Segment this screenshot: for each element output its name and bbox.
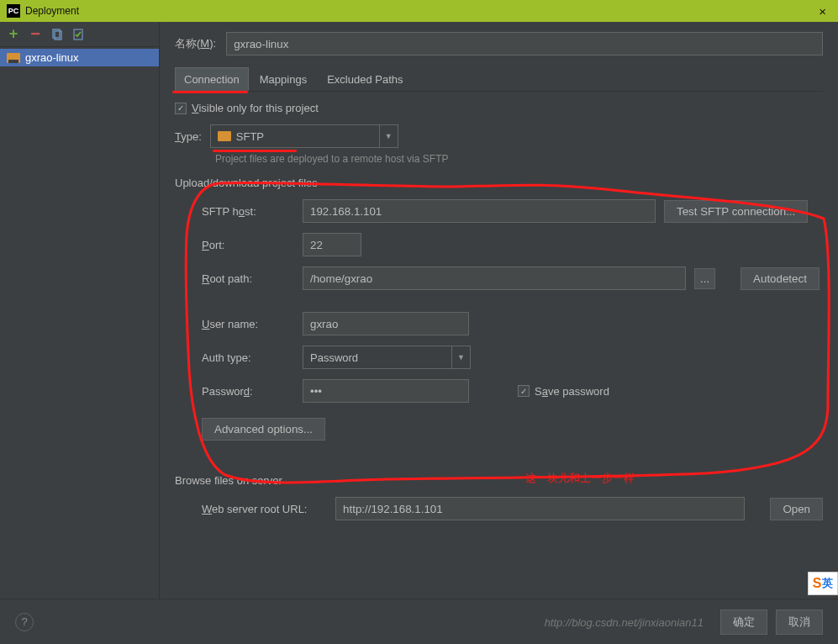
type-hint: Project files are deployed to a remote h… xyxy=(215,153,823,165)
titlebar: PC Deployment × xyxy=(0,0,838,22)
save-password-label: Save password xyxy=(535,385,609,398)
advanced-options-button[interactable]: Advanced options... xyxy=(202,418,325,441)
deployment-item-selected[interactable]: gxrao-linux xyxy=(0,49,159,66)
browse-title: Browse files on server xyxy=(175,474,823,487)
test-connection-button[interactable]: Test SFTP connection... xyxy=(664,200,808,223)
host-input[interactable] xyxy=(303,199,656,223)
main-split: + − gxrao-linux 名称(M): Connection Mappin… xyxy=(0,22,838,599)
watermark: http://blog.csdn.net/jinxiaonian11 xyxy=(545,616,704,629)
auth-label: Auth type: xyxy=(202,351,303,364)
type-combo[interactable]: SFTP ▼ xyxy=(210,124,398,148)
ok-button[interactable]: 确定 xyxy=(720,610,767,635)
cancel-button[interactable]: 取消 xyxy=(776,610,823,635)
root-input[interactable] xyxy=(303,267,686,290)
port-input[interactable] xyxy=(303,233,361,256)
upload-group-title: Upload/download project files xyxy=(175,177,823,189)
help-button[interactable]: ? xyxy=(15,613,34,631)
remove-icon[interactable]: − xyxy=(29,28,42,41)
tab-excluded-paths[interactable]: Excluded Paths xyxy=(318,67,412,91)
auth-combo[interactable]: Password ▼ xyxy=(303,346,471,369)
tab-connection[interactable]: Connection xyxy=(175,67,249,91)
autodetect-button[interactable]: Autodetect xyxy=(740,267,820,290)
left-panel: + − gxrao-linux xyxy=(0,22,160,599)
type-label: Type: xyxy=(175,130,202,143)
visible-only-checkbox[interactable]: ✓ xyxy=(175,103,187,114)
validate-icon[interactable] xyxy=(72,28,86,41)
sftp-icon xyxy=(218,131,231,141)
bottom-bar: ? 确定 取消 xyxy=(0,599,838,644)
name-input[interactable] xyxy=(226,32,823,55)
password-label: Password: xyxy=(202,385,303,398)
chevron-down-icon: ▼ xyxy=(451,346,470,368)
window-title: Deployment xyxy=(25,5,79,17)
port-label: Port: xyxy=(202,239,303,251)
type-value: SFTP xyxy=(236,130,264,143)
ime-badge: S英 xyxy=(808,572,838,595)
tab-mappings[interactable]: Mappings xyxy=(250,67,316,91)
url-input[interactable] xyxy=(335,497,745,520)
left-toolbar: + − xyxy=(0,22,159,47)
tab-bar: Connection Mappings Excluded Paths xyxy=(175,67,823,92)
copy-icon[interactable] xyxy=(50,28,64,41)
user-input[interactable] xyxy=(303,312,469,335)
save-password-checkbox[interactable]: ✓ xyxy=(518,385,530,397)
root-label: Root path: xyxy=(202,272,303,285)
open-button[interactable]: Open xyxy=(770,498,823,520)
close-button[interactable]: × xyxy=(814,4,831,18)
url-label: Web server root URL: xyxy=(202,503,335,515)
browse-root-button[interactable]: ... xyxy=(694,268,715,289)
right-panel: 名称(M): Connection Mappings Excluded Path… xyxy=(160,22,838,599)
password-input[interactable] xyxy=(303,379,469,403)
chevron-down-icon: ▼ xyxy=(379,125,398,147)
auth-value: Password xyxy=(310,351,358,364)
deployment-item-label: gxrao-linux xyxy=(25,51,79,64)
visible-only-label: ​Visible only for this project xyxy=(192,102,319,114)
name-label: 名称(M): xyxy=(175,36,216,51)
app-icon: PC xyxy=(7,4,20,18)
sftp-icon xyxy=(7,53,20,63)
host-label: SFTP host: xyxy=(202,205,303,218)
user-label: User name: xyxy=(202,318,303,330)
add-icon[interactable]: + xyxy=(7,28,20,41)
